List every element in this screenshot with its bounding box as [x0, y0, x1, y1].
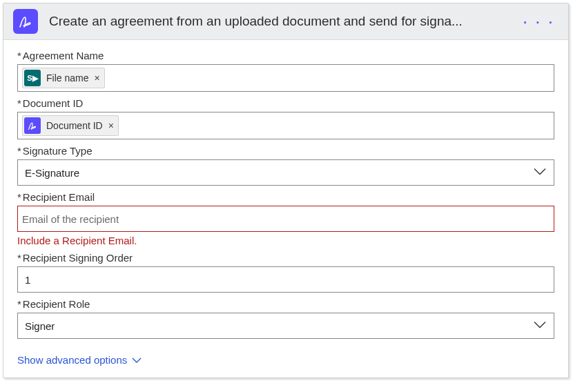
chevron-down-icon: [533, 320, 547, 332]
card-header[interactable]: Create an agreement from an uploaded doc…: [3, 3, 568, 40]
token-label: File name: [46, 72, 88, 84]
field-recipient-email: *Recipient Email Email of the recipient …: [17, 191, 554, 246]
card-title: Create an agreement from an uploaded doc…: [49, 14, 518, 29]
select-signature-type[interactable]: E-Signature: [17, 159, 554, 186]
field-document-id: *Document ID Document ID ×: [17, 97, 554, 139]
advanced-label: Show advanced options: [17, 354, 127, 366]
select-recipient-role[interactable]: Signer: [17, 313, 554, 339]
select-value: E-Signature: [25, 167, 79, 179]
card-body: *Agreement Name S▶ File name × *Document…: [3, 40, 568, 378]
input-document-id[interactable]: Document ID ×: [17, 112, 554, 139]
token-label: Document ID: [46, 120, 103, 131]
chevron-down-icon: [131, 356, 142, 364]
label-signature-type: *Signature Type: [17, 145, 554, 157]
token-document-id[interactable]: Document ID ×: [22, 115, 119, 136]
placeholder-text: Email of the recipient: [22, 213, 119, 225]
token-remove-icon[interactable]: ×: [94, 72, 99, 84]
adobe-sign-token-icon: [24, 117, 41, 134]
adobe-sign-icon: [13, 9, 38, 34]
field-agreement-name: *Agreement Name S▶ File name ×: [17, 50, 554, 92]
label-recipient-email: *Recipient Email: [17, 191, 554, 203]
field-signing-order: *Recipient Signing Order 1: [17, 252, 554, 293]
sharepoint-icon: S▶: [24, 70, 41, 86]
label-signing-order: *Recipient Signing Order: [17, 252, 554, 264]
action-card: Create an agreement from an uploaded doc…: [3, 3, 569, 378]
select-value: Signer: [25, 320, 55, 332]
field-signature-type: *Signature Type E-Signature: [17, 145, 554, 186]
show-advanced-options[interactable]: Show advanced options: [17, 354, 142, 366]
more-menu-icon[interactable]: · · ·: [518, 18, 559, 25]
token-remove-icon[interactable]: ×: [108, 120, 114, 131]
token-file-name[interactable]: S▶ File name ×: [22, 68, 105, 88]
chevron-down-icon: [533, 167, 547, 179]
input-signing-order[interactable]: 1: [17, 266, 554, 293]
field-recipient-role: *Recipient Role Signer: [17, 298, 554, 339]
error-recipient-email: Include a Recipient Email.: [17, 235, 554, 246]
label-agreement-name: *Agreement Name: [17, 50, 554, 61]
label-document-id: *Document ID: [17, 97, 554, 109]
input-agreement-name[interactable]: S▶ File name ×: [17, 64, 554, 92]
input-value: 1: [22, 274, 33, 286]
input-recipient-email[interactable]: Email of the recipient: [17, 206, 554, 232]
label-recipient-role: *Recipient Role: [17, 298, 554, 310]
